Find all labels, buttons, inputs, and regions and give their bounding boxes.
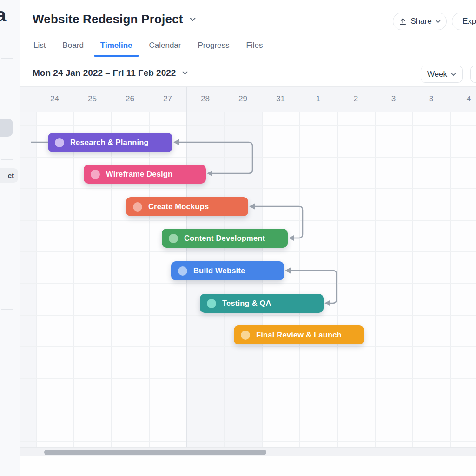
grid-vline [299,112,300,447]
zoom-level-dropdown[interactable]: Week [421,66,463,83]
task-bar-content-development[interactable]: Content Development [162,229,288,248]
tab-files[interactable]: Files [246,41,263,59]
day-label: 29 [238,94,247,104]
grid-hline [20,315,476,316]
task-label: Research & Planning [70,138,149,147]
grid-vline [337,112,338,447]
tab-board[interactable]: Board [62,41,83,59]
chevron-down-icon [451,73,456,76]
day-label: 25 [88,94,97,104]
grid-vline [73,112,74,447]
tab-progress[interactable]: Progress [198,41,230,59]
grid-vline [450,112,451,447]
app-window: a ct Website Redesign Project Share Expo… [0,0,476,476]
task-status-dot [169,234,178,243]
grid-vline [375,112,376,447]
day-label: 3 [429,94,433,104]
day-label: 2 [354,94,358,104]
task-label: Build Website [193,266,245,275]
day-label: 28 [201,94,210,104]
grid-hline [20,188,476,189]
grid-vline [412,112,413,447]
date-range-label: Mon 24 Jan 2022 – Fri 11 Feb 2022 [33,68,176,78]
timeline-day-header: 2425262728293112334 [20,87,476,112]
day-label: 27 [163,94,172,104]
horizontal-scrollbar-track[interactable] [20,447,476,457]
task-status-dot [91,170,100,179]
grid-hline [20,378,476,379]
toolbar-extra-button[interactable] [470,66,476,83]
upload-icon [399,18,407,26]
task-status-dot [133,202,142,212]
date-range-selector[interactable]: Mon 24 Jan 2022 – Fri 11 Feb 2022 [33,68,188,78]
tab-list[interactable]: List [33,41,46,59]
day-label: 1 [316,94,320,104]
task-bar-build-website[interactable]: Build Website [171,261,284,280]
horizontal-scrollbar-thumb[interactable] [44,450,266,455]
task-status-dot [178,266,187,276]
grid-hline [20,441,476,442]
sidebar-divider [1,159,13,160]
sidebar-divider [1,285,13,285]
task-label: Testing & QA [222,299,271,308]
task-status-dot [241,331,250,340]
share-button[interactable]: Share [393,13,447,30]
sidebar-item-project[interactable]: ct [0,168,18,183]
page-title-row[interactable]: Website Redesign Project [33,12,196,26]
grid-hline [20,410,476,410]
sidebar-divider [1,58,13,59]
view-tabs: ListBoardTimelineCalendarProgressFiles [33,41,263,59]
chevron-down-icon [182,71,188,75]
grid-hline [20,157,476,158]
task-bar-create-mockups[interactable]: Create Mockups [126,197,248,216]
grid-hline [20,251,476,252]
chevron-down-icon [190,17,196,21]
grid-gutter [20,112,36,447]
task-bar-testing-qa[interactable]: Testing & QA [200,294,324,313]
grid-vline [149,112,150,447]
task-bar-wireframe-design[interactable]: Wireframe Design [84,165,206,184]
sidebar-item-selected[interactable] [0,119,13,137]
grid-vline [36,112,37,447]
grid-hline [20,346,476,347]
task-bar-research-planning[interactable]: Research & Planning [48,133,172,152]
header-divider [20,59,476,60]
bottom-strip [20,456,476,476]
zoom-level-label: Week [427,70,447,79]
day-label: 24 [50,94,59,104]
task-label: Content Development [184,234,265,243]
sidebar-divider [1,309,13,310]
app-logo[interactable]: a [0,5,6,26]
grid-hline [20,283,476,284]
export-button-label: Export [463,17,476,26]
tab-calendar[interactable]: Calendar [149,41,181,59]
task-bar-final-review-launch[interactable]: Final Review & Launch [234,325,364,344]
task-status-dot [207,299,216,308]
sidebar: a ct [0,0,20,476]
day-label: 3 [391,94,396,104]
export-button[interactable]: Export [452,13,476,30]
share-button-label: Share [410,17,431,26]
task-label: Wireframe Design [106,170,172,178]
grid-hline [20,125,476,126]
project-title: Website Redesign Project [33,12,183,26]
grid-hline [20,220,476,221]
chevron-down-icon [436,20,441,23]
day-label: 26 [126,94,134,104]
day-label: 31 [276,94,285,104]
task-label: Create Mockups [148,202,209,211]
day-label: 4 [467,94,471,104]
task-status-dot [55,138,64,147]
task-label: Final Review & Launch [256,331,342,339]
grid-vline [111,112,112,447]
tab-timeline[interactable]: Timeline [100,41,132,59]
